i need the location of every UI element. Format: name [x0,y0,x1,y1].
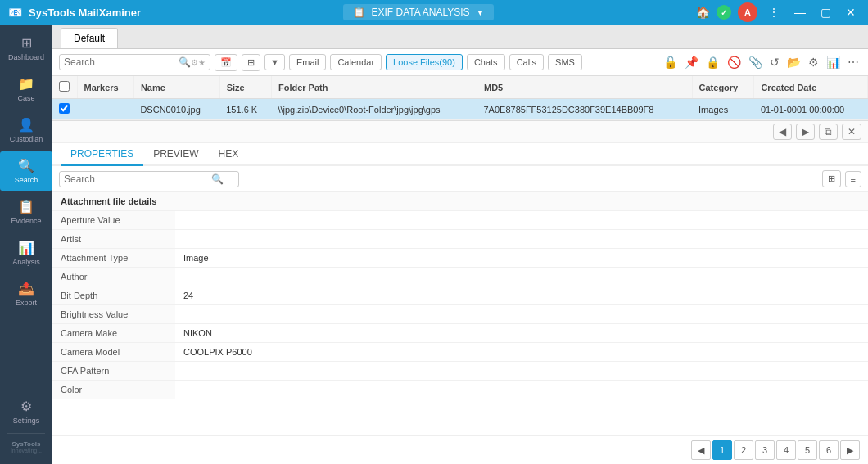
props-search-input[interactable] [64,173,211,185]
block-icon-btn[interactable]: 🚫 [725,53,744,71]
sidebar-item-label: Settings [13,417,40,425]
email-filter-btn[interactable]: Email [289,54,327,70]
sidebar-item-dashboard[interactable]: ⊞ Dashboard [0,29,52,68]
props-val-bit-depth: 24 [175,286,868,305]
props-key-color: Color [52,381,175,399]
search-input[interactable] [64,56,179,68]
loose-files-btn[interactable]: Loose Files(90) [386,54,463,70]
calendar-filter-btn[interactable]: Calendar [330,54,382,70]
props-toolbar: 🔍 ⊞ ≡ [52,166,868,192]
row-name: DSCN0010.jpg [133,99,219,120]
row-folder-path: \\jpg.zip\Device0\Root-Folder\jpg\jpg\gp… [271,99,477,120]
props-key-author: Author [52,268,175,286]
props-grid-btn[interactable]: ⊞ [822,170,841,187]
toolbar: 🔍 ⚙ ★ 📅 ⊞ ▼ Email Calendar Loose Files(9… [52,49,868,76]
chart-icon-btn[interactable]: 📊 [824,53,843,71]
expand-btn[interactable]: ⧉ [819,124,838,140]
close-panel-btn[interactable]: ✕ [842,124,861,140]
props-search-icon: 🔍 [211,173,224,185]
props-row-camera-model: Camera Model COOLPIX P6000 [52,343,868,362]
next-page-btn[interactable]: ▶ [840,440,860,460]
unlock-icon-btn[interactable]: 🔓 [661,53,680,71]
more-options-btn[interactable]: ⋯ [845,53,861,71]
props-row-attachment-type: Attachment Type Image [52,249,868,268]
col-size[interactable]: Size [219,76,271,99]
title-bar-center: 📋 EXIF DATA ANALYSIS ▼ [343,4,495,20]
col-category[interactable]: Category [692,76,754,99]
chats-filter-btn[interactable]: Chats [467,54,505,70]
props-val-cfa-pattern [175,362,868,381]
tab-preview[interactable]: PREVIEW [143,143,208,166]
page-btn-5[interactable]: 5 [798,440,817,460]
props-row-bit-depth: Bit Depth 24 [52,286,868,305]
custodian-icon: 👤 [18,117,34,133]
row-checkbox-cell[interactable] [52,99,77,120]
row-markers [77,99,133,120]
select-all-header[interactable] [52,76,77,99]
status-indicator: ✓ [717,5,731,20]
sidebar-item-case[interactable]: 📁 Case [0,70,52,109]
props-val-camera-make: NIKON [175,324,868,343]
page-btn-4[interactable]: 4 [776,440,796,460]
col-name[interactable]: Name [133,76,219,99]
settings-action-btn[interactable]: ⚙ [806,53,821,71]
prev-record-btn[interactable]: ◀ [773,124,792,140]
maximize-button[interactable]: ▢ [816,4,835,20]
table-row[interactable]: DSCN0010.jpg 151.6 K \\jpg.zip\Device0\R… [52,99,868,120]
menu-button[interactable]: ⋮ [764,4,784,20]
tab-properties[interactable]: PROPERTIES [61,143,143,166]
close-button[interactable]: ✕ [842,4,860,20]
props-val-camera-model: COOLPIX P6000 [175,343,868,362]
props-key-camera-model: Camera Model [52,343,175,362]
sidebar-item-search[interactable]: 🔍 Search [0,151,52,191]
page-btn-2[interactable]: 2 [734,440,753,460]
page-btn-6[interactable]: 6 [819,440,839,460]
row-md5: 7A0E8785FF53125DC380F39E14BB09F8 [477,99,693,120]
home-icon[interactable]: 🏠 [696,6,710,19]
main-content: Default 🔍 ⚙ ★ 📅 ⊞ ▼ Email Calendar Loose… [52,25,868,464]
pin-icon-btn[interactable]: 📌 [682,53,701,71]
col-md5[interactable]: MD5 [477,76,693,99]
grid-toolbar-btn[interactable]: ⊞ [242,54,260,71]
lock-icon-btn[interactable]: 🔒 [703,53,722,71]
sms-filter-btn[interactable]: SMS [548,54,582,70]
exif-icon: 📋 [353,7,365,18]
prev-page-btn[interactable]: ◀ [691,440,711,460]
props-val-artist [175,230,868,249]
attachment-icon-btn[interactable]: 📎 [746,53,765,71]
sidebar-item-evidence[interactable]: 📋 Evidence [0,192,52,232]
properties-panel: ◀ ▶ ⧉ ✕ PROPERTIES PREVIEW HEX [52,120,868,464]
tab-hex[interactable]: HEX [208,143,248,166]
props-content: Attachment file details Aperture Value A… [52,192,868,435]
avatar[interactable]: A [738,2,757,22]
page-btn-3[interactable]: 3 [755,440,775,460]
props-key-bit-depth: Bit Depth [52,286,175,305]
refresh-icon-btn[interactable]: ↺ [767,53,782,71]
folder-icon-btn[interactable]: 📂 [784,53,803,71]
col-created-date[interactable]: Created Date [754,76,868,99]
select-all-checkbox[interactable] [59,81,70,92]
sidebar-item-settings[interactable]: ⚙ Settings [0,392,52,431]
tab-default[interactable]: Default [61,28,118,48]
props-val-author [175,268,868,286]
row-size: 151.6 K [219,99,271,120]
row-checkbox[interactable] [59,103,70,114]
case-icon: 📁 [18,76,34,92]
col-folder-path[interactable]: Folder Path [271,76,477,99]
settings-icon: ⚙ [20,399,32,414]
dropdown-icon: ▼ [477,8,485,17]
next-record-btn[interactable]: ▶ [796,124,815,140]
props-list-btn[interactable]: ≡ [845,171,861,187]
app-icon: 📧 [8,6,22,19]
minimize-button[interactable]: — [790,4,810,20]
sidebar-item-export[interactable]: 📤 Export [0,274,52,313]
calendar-toolbar-btn[interactable]: 📅 [215,54,237,71]
evidence-icon: 📋 [18,199,34,214]
title-bar-right: 🏠 ✓ A ⋮ — ▢ ✕ [696,2,860,22]
sidebar-item-custodian[interactable]: 👤 Custodian [0,110,52,150]
calls-filter-btn[interactable]: Calls [509,54,544,70]
sidebar-item-analysis[interactable]: 📊 Analysis [0,233,52,273]
search-icon: 🔍 [18,158,34,173]
page-btn-1[interactable]: 1 [712,440,732,460]
filter-toolbar-btn[interactable]: ▼ [264,54,285,70]
